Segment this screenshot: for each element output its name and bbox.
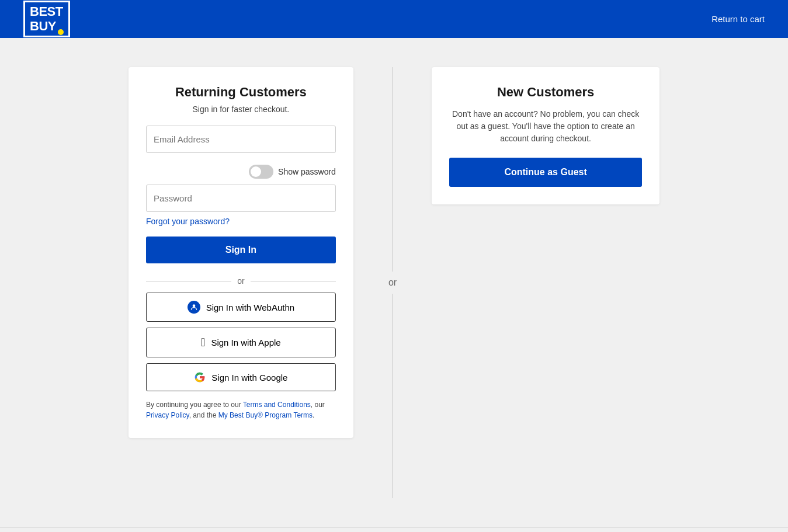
continue-as-guest-button[interactable]: Continue as Guest xyxy=(449,158,642,187)
site-header: BESTBUY Return to cart xyxy=(0,0,788,38)
returning-customers-title: Returning Customers xyxy=(146,85,336,100)
terms-middle: , our xyxy=(311,401,325,409)
new-customers-title: New Customers xyxy=(449,85,642,100)
new-customers-desc: Don't have an account? No problem, you c… xyxy=(449,108,642,145)
show-password-row: Show password xyxy=(146,165,336,179)
webauthn-icon xyxy=(188,301,200,314)
svg-point-0 xyxy=(192,304,195,307)
returning-customers-card: Returning Customers Sign in for faster c… xyxy=(129,67,353,438)
vertical-line-top xyxy=(392,67,393,272)
terms-prefix: By continuing you agree to our xyxy=(146,401,243,409)
show-password-label: Show password xyxy=(278,167,336,176)
or-divider-row: or xyxy=(146,276,336,286)
terms-text: By continuing you agree to our Terms and… xyxy=(146,399,336,420)
sign-in-button[interactable]: Sign In xyxy=(146,237,336,263)
password-input-wrap xyxy=(146,185,336,212)
main-content: Returning Customers Sign in for faster c… xyxy=(0,38,788,527)
webauthn-button-label: Sign In with WebAuthn xyxy=(206,302,294,312)
webauthn-button[interactable]: Sign In with WebAuthn xyxy=(146,293,336,322)
google-signin-button[interactable]: Sign In with Google xyxy=(146,363,336,391)
show-password-toggle[interactable] xyxy=(249,165,273,179)
or-line-right xyxy=(251,281,336,281)
password-input[interactable] xyxy=(146,185,336,212)
site-footer: Terms and Conditions | Privacy | Interes… xyxy=(0,527,788,532)
webauthn-svg xyxy=(190,303,198,311)
apple-button-label: Sign In with Apple xyxy=(211,338,280,347)
vertical-line-bottom xyxy=(392,294,393,498)
mybuy-inline-link[interactable]: My Best Buy® Program Terms xyxy=(218,411,313,419)
privacy-inline-link[interactable]: Privacy Policy xyxy=(146,411,189,419)
logo-container[interactable]: BESTBUY xyxy=(23,1,70,37)
google-icon xyxy=(194,371,206,383)
logo: BESTBUY xyxy=(23,1,70,37)
forgot-password-link[interactable]: Forgot your password? xyxy=(146,217,336,226)
terms-end: . xyxy=(313,411,314,419)
apple-icon:  xyxy=(201,336,205,349)
logo-text: BESTBUY xyxy=(30,5,64,33)
terms-conditions-inline-link[interactable]: Terms and Conditions xyxy=(243,401,311,409)
apple-signin-button[interactable]:  Sign In with Apple xyxy=(146,328,336,357)
returning-customers-subtitle: Sign in for faster checkout. xyxy=(146,105,336,114)
email-input[interactable] xyxy=(146,126,336,153)
center-or-label: or xyxy=(388,272,397,294)
return-to-cart-link[interactable]: Return to cart xyxy=(711,14,765,24)
center-divider: or xyxy=(388,67,397,498)
new-customers-card: New Customers Don't have an account? No … xyxy=(432,67,659,204)
google-button-label: Sign In with Google xyxy=(211,373,287,383)
toggle-slider xyxy=(249,165,273,179)
or-line-left xyxy=(146,281,231,281)
or-label: or xyxy=(237,276,244,286)
logo-dot xyxy=(58,29,64,35)
terms-suffix: , and the xyxy=(189,411,218,419)
